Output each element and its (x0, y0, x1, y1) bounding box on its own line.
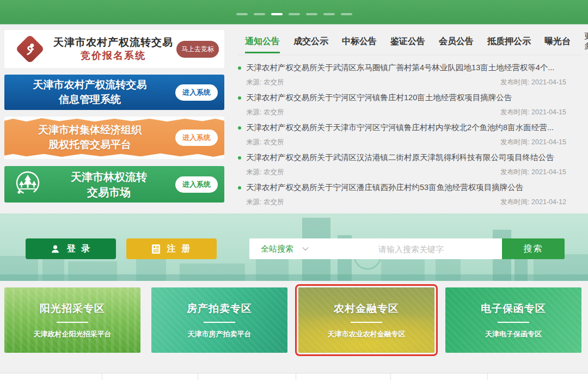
bullet-icon (238, 126, 241, 130)
table-cell (296, 373, 391, 380)
chevron-down-icon (302, 247, 309, 251)
table-cell (488, 373, 588, 380)
notice-title-link[interactable]: 天津农村产权交易所关于武清区汉沽港镇二街村原天津凯得利科技有限公司项目终结公告 (246, 152, 554, 163)
id-card-icon (151, 244, 161, 254)
search-button[interactable]: 搜索 (502, 238, 565, 259)
carousel-dot[interactable] (306, 13, 317, 15)
carousel-dot[interactable] (323, 13, 335, 15)
notice-list: 天津农村产权交易所关于武清区东马圈镇广善村第4号林业队园地13亩土地经营权等4个… (238, 63, 583, 212)
brand-logo-icon (17, 36, 42, 62)
divider (57, 322, 88, 323)
login-button[interactable]: 登 录 (26, 238, 116, 259)
carousel-dot[interactable] (236, 13, 248, 15)
equity-platform-title: 天津市村集体经济组织 股权托管交易平台 (4, 123, 175, 152)
zone-rural-finance[interactable]: 农村金融专区 天津市农业农村金融专区 (298, 287, 434, 353)
search-scope-select[interactable]: 全站搜索 (249, 238, 320, 259)
equity-platform-banner[interactable]: 天津市村集体经济组织 股权托管交易平台 进入系统 (4, 117, 224, 159)
enter-system-button[interactable]: 进入系统 (175, 84, 218, 101)
notice-panel: 通知公告 成交公示 中标公告 鉴证公告 会员公告 抵质押公示 曝光台 更多 ▶ … (238, 32, 583, 212)
tab-authentication[interactable]: 鉴证公告 (390, 34, 425, 52)
info-system-banner[interactable]: 天津市农村产权流转交易 信息管理系统 进入系统 (4, 75, 224, 110)
divider (351, 322, 382, 323)
table-cell (0, 373, 102, 380)
notice-date: 发布时间: 2021-04-15 (500, 138, 566, 147)
user-icon (50, 244, 60, 254)
zone-cards: 阳光招采专区 天津政村企阳光招采平台 房产拍卖专区 天津市房产拍卖平台 农村金融… (4, 287, 581, 353)
forest-market-banner[interactable]: 天津市林权流转 交易市场 进入系统 (4, 166, 224, 203)
site-search: 全站搜索 搜索 (249, 238, 565, 259)
notice-source: 来源: 农交所 (246, 108, 284, 117)
carousel-dots (0, 13, 588, 15)
notice-date: 发布时间: 2021-04-15 (500, 168, 566, 177)
zone-property-auction[interactable]: 房产拍卖专区 天津市房产拍卖平台 (151, 287, 287, 353)
notice-list-item: 天津农村产权交易所关于武清区汉沽港镇二街村原天津凯得利科技有限公司项目终结公告 … (238, 152, 566, 182)
zone-sunshine-procurement[interactable]: 阳光招采专区 天津政村企阳光招采平台 (4, 287, 140, 353)
carousel-dot[interactable] (254, 13, 265, 15)
table-cell (102, 373, 198, 380)
notice-source: 来源: 农交所 (246, 78, 284, 87)
notice-date: 发布时间: 2021-04-15 (500, 108, 566, 117)
tab-winning-bid[interactable]: 中标公告 (342, 34, 377, 52)
forest-tree-icon (13, 169, 42, 200)
register-button[interactable]: 注 册 (126, 238, 217, 259)
divider (204, 322, 235, 323)
table-cell (198, 373, 296, 380)
notice-source: 来源: 农交所 (246, 198, 284, 207)
bullet-icon (238, 96, 241, 100)
bidding-system-title: 天津市农村产权流转交易 竞价报名系统 (50, 36, 176, 62)
bottom-table-strip (0, 373, 588, 380)
forest-market-title: 天津市林权流转 交易市场 (42, 169, 175, 200)
bullet-icon (238, 156, 241, 160)
bidding-system-card: 天津市农村产权流转交易 竞价报名系统 马上去竞标 (4, 30, 224, 68)
zone-electronic-guarantee[interactable]: 电子保函专区 天津电子保函专区 (445, 287, 581, 353)
notice-title-link[interactable]: 天津农村产权交易所关于天津市宁河区宁河镇鲁庄村村内学校北2个鱼池约8亩水面经营.… (246, 122, 554, 133)
notice-list-item: 天津农村产权交易所关于宁河区潘庄镇西孙庄村约53亩鱼池经营权项目摘牌公告 来源:… (238, 182, 566, 212)
tab-deal-publicity[interactable]: 成交公示 (293, 34, 328, 52)
enter-system-button[interactable]: 进入系统 (175, 130, 218, 146)
enter-system-button[interactable]: 进入系统 (175, 176, 218, 193)
info-system-title: 天津市农村产权流转交易 信息管理系统 (4, 78, 175, 107)
tab-exposure[interactable]: 曝光台 (544, 34, 571, 52)
more-link[interactable]: 更多 ▶ (584, 32, 588, 54)
notice-title-link[interactable]: 天津农村产权交易所关于宁河区潘庄镇西孙庄村约53亩鱼池经营权项目摘牌公告 (246, 182, 523, 193)
notice-date: 发布时间: 2021-04-15 (500, 78, 566, 87)
notice-title-link[interactable]: 天津农村产权交易所关于武清区东马圈镇广善村第4号林业队园地13亩土地经营权等4个… (246, 63, 554, 73)
notice-list-item: 天津农村产权交易所关于武清区东马圈镇广善村第4号林业队园地13亩土地经营权等4个… (238, 63, 566, 93)
tab-member[interactable]: 会员公告 (439, 34, 474, 52)
divider (498, 322, 529, 323)
carousel-dot[interactable] (289, 13, 300, 15)
hero-banner: 登 录 注 册 全站搜索 搜索 (0, 213, 588, 281)
notice-title-link[interactable]: 天津农村产权交易所关于宁河区宁河镇鲁庄村120亩土地经营权项目摘牌公告 (246, 93, 512, 103)
notice-source: 来源: 农交所 (246, 168, 284, 177)
notice-list-item: 天津农村产权交易所关于天津市宁河区宁河镇鲁庄村村内学校北2个鱼池约8亩水面经营.… (238, 122, 566, 152)
notice-source: 来源: 农交所 (246, 138, 284, 147)
table-cell (391, 373, 488, 380)
carousel-banner (0, 0, 588, 24)
tab-pledge[interactable]: 抵质押公示 (487, 34, 531, 52)
bullet-icon (238, 66, 241, 70)
carousel-dot-active[interactable] (271, 13, 283, 15)
tab-notice-announcements[interactable]: 通知公告 (245, 34, 280, 53)
notice-date: 发布时间: 2021-04-12 (500, 198, 566, 207)
search-input[interactable] (320, 238, 502, 259)
bullet-icon (238, 186, 241, 189)
go-bid-button[interactable]: 马上去竞标 (176, 41, 219, 58)
carousel-dot[interactable] (341, 13, 352, 15)
notice-tabbar: 通知公告 成交公示 中标公告 鉴证公告 会员公告 抵质押公示 曝光台 更多 ▶ (238, 32, 583, 56)
notice-list-item: 天津农村产权交易所关于宁河区宁河镇鲁庄村120亩土地经营权项目摘牌公告 来源: … (238, 93, 566, 122)
